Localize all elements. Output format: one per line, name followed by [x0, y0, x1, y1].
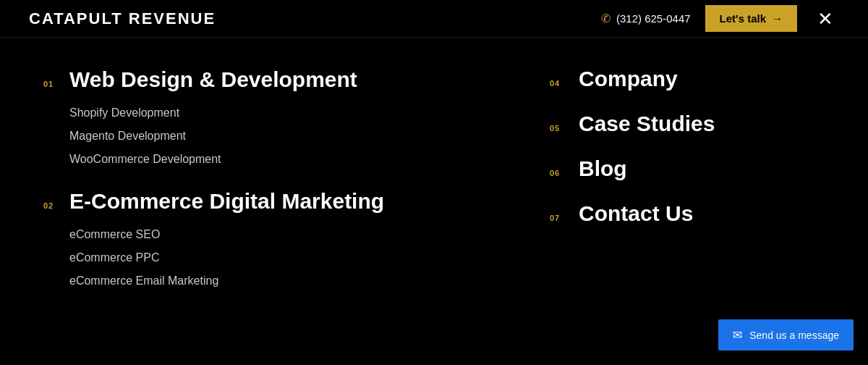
close-button[interactable]: ✕	[812, 7, 839, 31]
nav-number: 04	[550, 79, 564, 88]
nav-left: 01Web Design & DevelopmentShopify Develo…	[43, 67, 521, 336]
lets-talk-button[interactable]: Let's talk →	[705, 5, 797, 32]
nav-right-item[interactable]: 04Company	[550, 67, 825, 91]
nav-main-label: Web Design & Development	[69, 67, 357, 93]
nav-content: 01Web Design & DevelopmentShopify Develo…	[0, 38, 868, 365]
nav-right-item[interactable]: 05Case Studies	[550, 112, 825, 136]
nav-number: 01	[43, 80, 58, 88]
close-icon: ✕	[817, 8, 833, 30]
nav-right-label: Blog	[579, 156, 627, 181]
nav-right-label: Contact Us	[579, 201, 693, 226]
nav-right-label: Case Studies	[579, 112, 715, 136]
nav-main-label: E-Commerce Digital Marketing	[69, 188, 384, 214]
phone-icon: ✆	[601, 12, 610, 25]
nav-number: 02	[43, 201, 58, 210]
nav-sub-item[interactable]: Shopify Development	[69, 101, 492, 125]
nav-number: 05	[550, 124, 564, 133]
nav-right-item[interactable]: 06Blog	[550, 156, 825, 181]
header: CATAPULT REVENUE ✆ (312) 625-0447 Let's …	[0, 0, 868, 38]
nav-sub-item[interactable]: Magento Development	[69, 125, 492, 148]
phone-link[interactable]: ✆ (312) 625-0447	[601, 12, 691, 25]
nav-right-label: Company	[579, 67, 678, 91]
nav-right-item[interactable]: 07Contact Us	[550, 201, 825, 226]
nav-sub-list: Shopify DevelopmentMagento DevelopmentWo…	[43, 101, 492, 171]
send-message-label: Send us a message	[749, 330, 839, 341]
nav-main-item[interactable]: 01Web Design & Development	[43, 67, 492, 93]
nav-main-item[interactable]: 02E-Commerce Digital Marketing	[43, 188, 492, 214]
nav-right: 04Company05Case Studies06Blog07Contact U…	[521, 67, 825, 336]
nav-sub-item[interactable]: eCommerce Email Marketing	[69, 269, 492, 293]
nav-sub-item[interactable]: eCommerce SEO	[69, 223, 492, 246]
header-right: ✆ (312) 625-0447 Let's talk → ✕	[601, 5, 839, 32]
nav-sub-item[interactable]: eCommerce PPC	[69, 246, 492, 269]
message-icon: ✉	[733, 328, 742, 342]
nav-sub-item[interactable]: WooCommerce Development	[69, 148, 492, 171]
logo[interactable]: CATAPULT REVENUE	[29, 9, 216, 28]
send-message-button[interactable]: ✉ Send us a message	[718, 319, 854, 351]
lets-talk-arrow: →	[772, 12, 783, 25]
nav-sub-list: eCommerce SEOeCommerce PPCeCommerce Emai…	[43, 223, 492, 293]
nav-number: 07	[550, 214, 564, 222]
nav-number: 06	[550, 169, 564, 177]
phone-number: (312) 625-0447	[616, 12, 691, 25]
lets-talk-label: Let's talk	[720, 12, 766, 25]
